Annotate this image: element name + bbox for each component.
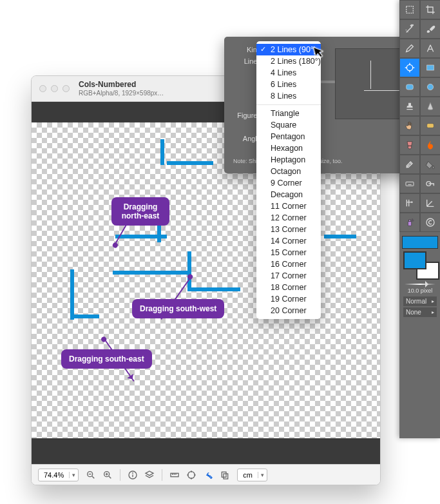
dropdown-item[interactable]: 16 Corner — [256, 258, 321, 270]
dropdown-item[interactable]: 2 Lines (180°) — [256, 55, 321, 67]
toolbox: 10.0 pixel Normal▸ None▸ — [399, 0, 440, 438]
target-icon[interactable] — [186, 469, 197, 481]
kind-dropdown[interactable]: 2 Lines (90°)2 Lines (180°)4 Lines6 Line… — [256, 41, 321, 319]
dropdown-item[interactable]: 2 Lines (90°) — [256, 44, 321, 55]
window-controls — [39, 85, 70, 92]
svg-rect-23 — [407, 6, 414, 14]
wand-tool-icon[interactable] — [399, 19, 420, 39]
stamp-tool-icon[interactable] — [399, 97, 420, 116]
marquee-tool-icon[interactable] — [399, 0, 420, 19]
chevron-down-icon[interactable]: ▾ — [69, 472, 78, 478]
svg-point-31 — [427, 84, 433, 90]
ruler-icon[interactable] — [169, 469, 180, 481]
dropdown-item[interactable]: Triangle — [256, 108, 321, 119]
roundrect-tool-icon[interactable] — [399, 77, 420, 97]
text-tool-icon[interactable] — [420, 39, 440, 58]
dropdown-item[interactable]: 18 Corner — [256, 282, 321, 293]
copy-icon[interactable] — [219, 469, 231, 481]
angle-tool-icon[interactable] — [420, 193, 440, 213]
status-bar: 74.4% ▾ cm ▾ — [32, 464, 380, 485]
svg-point-24 — [407, 64, 412, 70]
units-combo[interactable]: cm ▾ — [237, 469, 267, 481]
wrench-icon[interactable] — [202, 469, 214, 481]
svg-point-10 — [133, 472, 133, 473]
settings-preview — [335, 48, 406, 119]
svg-rect-22 — [224, 474, 228, 479]
caliper-tool-icon[interactable] — [399, 193, 420, 213]
title-text: Cols-Numbered RGB+Alpha/8, 1929×598px… — [79, 80, 164, 97]
svg-marker-11 — [146, 471, 153, 476]
close-window-button[interactable] — [39, 85, 46, 92]
color-swatches: 10.0 pixel Normal▸ None▸ — [399, 232, 440, 321]
hand-tool-icon[interactable] — [399, 116, 420, 135]
svg-rect-42 — [409, 220, 411, 222]
dropdown-item[interactable]: Heptagon — [256, 154, 321, 166]
flame-tool-icon[interactable] — [420, 135, 440, 155]
callout-se: Dragging south-east — [61, 349, 152, 369]
eyedropper-tool-icon[interactable] — [399, 155, 420, 174]
dropdown-item[interactable]: 8 Lines — [256, 90, 321, 102]
dropdown-item[interactable]: 14 Corner — [256, 235, 321, 247]
zoom-out-icon[interactable] — [85, 469, 97, 481]
ellipse-tool-icon[interactable] — [420, 77, 440, 97]
dropdown-separator — [256, 104, 321, 105]
dropdown-item[interactable]: Pentagon — [256, 131, 321, 142]
brush-tool-icon[interactable] — [420, 19, 440, 39]
minimize-window-button[interactable] — [51, 85, 58, 92]
rect-tool-icon[interactable] — [420, 58, 440, 77]
dropdown-item[interactable]: 6 Lines — [256, 79, 321, 90]
zoom-combo[interactable]: 74.4% ▾ — [38, 469, 79, 481]
bottom-dark-bar — [32, 438, 380, 464]
dropdown-item[interactable]: 19 Corner — [256, 293, 321, 305]
svg-point-16 — [188, 471, 195, 478]
tape-tool-icon[interactable] — [420, 174, 440, 193]
fg-bg-swatch[interactable] — [402, 250, 438, 278]
bucket-tool-icon[interactable] — [420, 155, 440, 174]
svg-point-44 — [413, 220, 414, 221]
stroke-color-swatch[interactable] — [402, 236, 438, 249]
crop-tool-icon[interactable] — [420, 0, 440, 19]
svg-rect-30 — [407, 84, 414, 90]
dropdown-item[interactable]: 12 Corner — [256, 212, 321, 224]
spray-tool-icon[interactable] — [399, 213, 420, 232]
dropdown-item[interactable]: 15 Corner — [256, 247, 321, 258]
svg-rect-41 — [408, 222, 411, 226]
dropdown-item[interactable]: 9 Corner — [256, 177, 321, 189]
dropdown-item[interactable]: 13 Corner — [256, 224, 321, 235]
svg-rect-29 — [427, 65, 434, 70]
dropdown-item[interactable]: 11 Corner — [256, 200, 321, 212]
sponge-tool-icon[interactable] — [420, 116, 440, 135]
info-icon[interactable] — [127, 469, 139, 481]
keyboard-tool-icon[interactable] — [399, 174, 420, 193]
dropdown-item[interactable]: 4 Lines — [256, 67, 321, 79]
document-subtitle: RGB+Alpha/8, 1929×598px… — [79, 90, 164, 97]
dropdown-item[interactable]: 20 Corner — [256, 305, 321, 316]
svg-point-46 — [426, 218, 434, 226]
document-title: Cols-Numbered — [79, 80, 164, 89]
layers-icon[interactable] — [144, 469, 155, 481]
blend-mode-select[interactable]: Normal▸ — [403, 296, 437, 306]
zoom-window-button[interactable] — [62, 85, 70, 92]
svg-line-2 — [92, 476, 94, 478]
chevron-down-icon[interactable]: ▾ — [258, 472, 267, 478]
callout-sw: Dragging south-west — [132, 299, 224, 318]
dropdown-item[interactable]: 17 Corner — [256, 270, 321, 282]
dropdown-item[interactable]: Square — [256, 119, 321, 131]
svg-rect-21 — [222, 472, 227, 477]
copyright-tool-icon[interactable] — [420, 213, 440, 232]
dropdown-item[interactable]: Octagon — [256, 166, 321, 177]
cone-tool-icon[interactable] — [420, 97, 440, 116]
callout-ne: Dragging north-east — [111, 197, 169, 226]
opt-select[interactable]: None▸ — [403, 307, 437, 317]
brush-size-label: 10.0 pixel — [402, 286, 438, 295]
crosshair-tool-icon[interactable] — [399, 58, 420, 77]
svg-line-5 — [109, 476, 111, 478]
dropdown-item[interactable]: Hexagon — [256, 142, 321, 154]
paintbrush-tool-icon[interactable] — [399, 135, 420, 155]
units-value: cm — [238, 471, 258, 479]
svg-rect-33 — [406, 182, 414, 186]
dropdown-item[interactable]: Decagon — [256, 189, 321, 200]
pencil-tool-icon[interactable] — [399, 39, 420, 58]
zoom-in-icon[interactable] — [102, 469, 113, 481]
brush-preview — [405, 284, 435, 285]
